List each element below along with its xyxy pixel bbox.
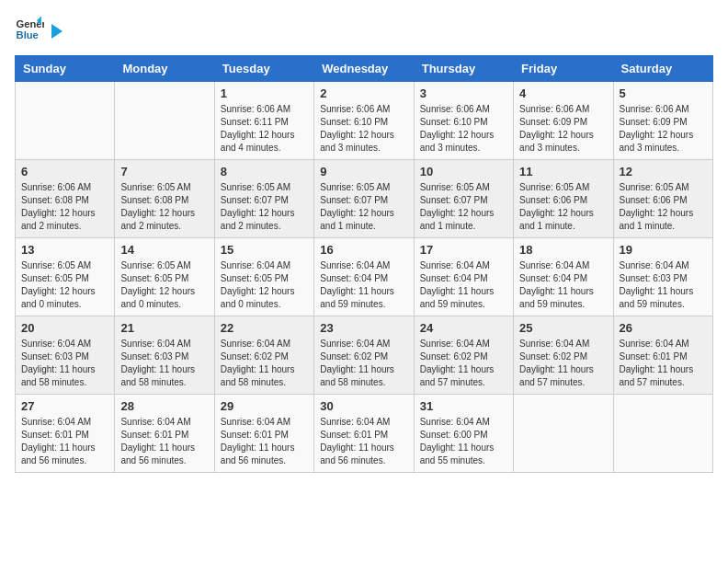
calendar-week-row: 13Sunrise: 6:05 AM Sunset: 6:05 PM Dayli… [16,238,713,316]
day-number: 14 [120,243,208,257]
day-info: Sunrise: 6:06 AM Sunset: 6:11 PM Dayligh… [221,103,308,155]
day-of-week-header: Saturday [613,56,712,82]
day-info: Sunrise: 6:04 AM Sunset: 6:01 PM Dayligh… [221,416,308,467]
day-of-week-header: Tuesday [214,56,313,82]
day-info: Sunrise: 6:04 AM Sunset: 6:04 PM Dayligh… [320,259,407,311]
calendar-day-cell: 18Sunrise: 6:04 AM Sunset: 6:04 PM Dayli… [514,238,613,316]
calendar-day-cell: 6Sunrise: 6:06 AM Sunset: 6:08 PM Daylig… [16,160,115,238]
day-number: 7 [120,165,208,178]
calendar-day-cell: 16Sunrise: 6:04 AM Sunset: 6:04 PM Dayli… [314,238,414,316]
day-info: Sunrise: 6:04 AM Sunset: 6:02 PM Dayligh… [519,338,607,389]
calendar-header: SundayMondayTuesdayWednesdayThursdayFrid… [16,56,713,82]
day-number: 19 [620,243,707,257]
logo-icon: General Blue [15,15,44,44]
calendar-day-cell: 29Sunrise: 6:04 AM Sunset: 6:01 PM Dayli… [214,395,313,473]
calendar-day-cell: 25Sunrise: 6:04 AM Sunset: 6:02 PM Dayli… [514,316,613,395]
day-number: 23 [320,321,407,335]
calendar-day-cell: 9Sunrise: 6:05 AM Sunset: 6:07 PM Daylig… [314,160,414,238]
calendar-day-cell: 20Sunrise: 6:04 AM Sunset: 6:03 PM Dayli… [16,316,115,395]
calendar-day-cell: 5Sunrise: 6:06 AM Sunset: 6:09 PM Daylig… [613,82,712,160]
day-info: Sunrise: 6:04 AM Sunset: 6:01 PM Dayligh… [320,416,407,467]
day-number: 8 [221,165,308,178]
calendar-day-cell [16,82,115,160]
logo-chevron-icon [48,22,66,40]
calendar-day-cell: 13Sunrise: 6:05 AM Sunset: 6:05 PM Dayli… [16,238,115,316]
day-number: 27 [21,399,108,413]
day-info: Sunrise: 6:06 AM Sunset: 6:10 PM Dayligh… [320,103,407,155]
day-info: Sunrise: 6:04 AM Sunset: 6:03 PM Dayligh… [21,338,108,389]
calendar-day-cell: 21Sunrise: 6:04 AM Sunset: 6:03 PM Dayli… [115,316,214,395]
day-info: Sunrise: 6:05 AM Sunset: 6:07 PM Dayligh… [420,181,507,233]
day-number: 11 [519,165,607,178]
calendar-day-cell: 22Sunrise: 6:04 AM Sunset: 6:02 PM Dayli… [214,316,313,395]
day-info: Sunrise: 6:04 AM Sunset: 6:02 PM Dayligh… [221,338,308,389]
calendar-day-cell: 4Sunrise: 6:06 AM Sunset: 6:09 PM Daylig… [514,82,613,160]
calendar-day-cell: 7Sunrise: 6:05 AM Sunset: 6:08 PM Daylig… [115,160,214,238]
day-number: 29 [221,399,308,413]
day-number: 15 [221,243,308,257]
day-of-week-header: Monday [115,56,214,82]
logo: General Blue [15,15,66,44]
calendar-day-cell: 3Sunrise: 6:06 AM Sunset: 6:10 PM Daylig… [414,82,513,160]
day-number: 31 [420,399,507,413]
calendar-day-cell: 2Sunrise: 6:06 AM Sunset: 6:10 PM Daylig… [314,82,414,160]
calendar-day-cell: 23Sunrise: 6:04 AM Sunset: 6:02 PM Dayli… [314,316,414,395]
day-info: Sunrise: 6:05 AM Sunset: 6:06 PM Dayligh… [620,181,707,233]
day-number: 9 [320,165,407,178]
day-info: Sunrise: 6:04 AM Sunset: 6:03 PM Dayligh… [120,338,208,389]
calendar-week-row: 6Sunrise: 6:06 AM Sunset: 6:08 PM Daylig… [16,160,713,238]
day-number: 21 [120,321,208,335]
day-info: Sunrise: 6:04 AM Sunset: 6:01 PM Dayligh… [120,416,208,467]
day-info: Sunrise: 6:05 AM Sunset: 6:05 PM Dayligh… [120,259,208,311]
day-number: 13 [21,243,108,257]
day-number: 2 [320,86,407,100]
day-info: Sunrise: 6:05 AM Sunset: 6:05 PM Dayligh… [21,259,108,311]
calendar-week-row: 27Sunrise: 6:04 AM Sunset: 6:01 PM Dayli… [16,395,713,473]
day-info: Sunrise: 6:05 AM Sunset: 6:06 PM Dayligh… [519,181,607,233]
day-info: Sunrise: 6:06 AM Sunset: 6:09 PM Dayligh… [519,103,607,155]
calendar-day-cell: 17Sunrise: 6:04 AM Sunset: 6:04 PM Dayli… [414,238,513,316]
day-info: Sunrise: 6:04 AM Sunset: 6:03 PM Dayligh… [620,259,707,311]
svg-marker-3 [51,24,63,39]
day-number: 20 [21,321,108,335]
calendar-day-cell: 28Sunrise: 6:04 AM Sunset: 6:01 PM Dayli… [115,395,214,473]
days-of-week-row: SundayMondayTuesdayWednesdayThursdayFrid… [16,56,713,82]
day-info: Sunrise: 6:04 AM Sunset: 6:00 PM Dayligh… [420,416,507,467]
calendar-day-cell: 19Sunrise: 6:04 AM Sunset: 6:03 PM Dayli… [613,238,712,316]
day-of-week-header: Friday [514,56,613,82]
calendar-day-cell: 26Sunrise: 6:04 AM Sunset: 6:01 PM Dayli… [613,316,712,395]
day-number: 22 [221,321,308,335]
calendar-day-cell: 11Sunrise: 6:05 AM Sunset: 6:06 PM Dayli… [514,160,613,238]
day-info: Sunrise: 6:04 AM Sunset: 6:02 PM Dayligh… [320,338,407,389]
calendar-day-cell [115,82,214,160]
calendar-day-cell: 10Sunrise: 6:05 AM Sunset: 6:07 PM Dayli… [414,160,513,238]
day-number: 30 [320,399,407,413]
calendar-table: SundayMondayTuesdayWednesdayThursdayFrid… [15,55,713,473]
day-number: 1 [221,86,308,100]
day-number: 17 [420,243,507,257]
day-info: Sunrise: 6:04 AM Sunset: 6:01 PM Dayligh… [620,338,707,389]
day-number: 3 [420,86,507,100]
day-of-week-header: Wednesday [314,56,414,82]
day-of-week-header: Thursday [414,56,513,82]
page-header: General Blue [15,15,713,44]
day-info: Sunrise: 6:04 AM Sunset: 6:05 PM Dayligh… [221,259,308,311]
calendar-day-cell: 15Sunrise: 6:04 AM Sunset: 6:05 PM Dayli… [214,238,313,316]
day-info: Sunrise: 6:06 AM Sunset: 6:08 PM Dayligh… [21,181,108,233]
day-number: 18 [519,243,607,257]
day-info: Sunrise: 6:04 AM Sunset: 6:01 PM Dayligh… [21,416,108,467]
calendar-day-cell: 14Sunrise: 6:05 AM Sunset: 6:05 PM Dayli… [115,238,214,316]
calendar-day-cell: 24Sunrise: 6:04 AM Sunset: 6:02 PM Dayli… [414,316,513,395]
calendar-day-cell: 27Sunrise: 6:04 AM Sunset: 6:01 PM Dayli… [16,395,115,473]
day-info: Sunrise: 6:04 AM Sunset: 6:04 PM Dayligh… [519,259,607,311]
day-info: Sunrise: 6:06 AM Sunset: 6:09 PM Dayligh… [620,103,707,155]
calendar-day-cell: 12Sunrise: 6:05 AM Sunset: 6:06 PM Dayli… [613,160,712,238]
day-info: Sunrise: 6:06 AM Sunset: 6:10 PM Dayligh… [420,103,507,155]
day-number: 10 [420,165,507,178]
day-of-week-header: Sunday [16,56,115,82]
day-info: Sunrise: 6:05 AM Sunset: 6:07 PM Dayligh… [320,181,407,233]
day-number: 26 [620,321,707,335]
day-info: Sunrise: 6:04 AM Sunset: 6:04 PM Dayligh… [420,259,507,311]
day-number: 12 [620,165,707,178]
calendar-body: 1Sunrise: 6:06 AM Sunset: 6:11 PM Daylig… [16,82,713,473]
